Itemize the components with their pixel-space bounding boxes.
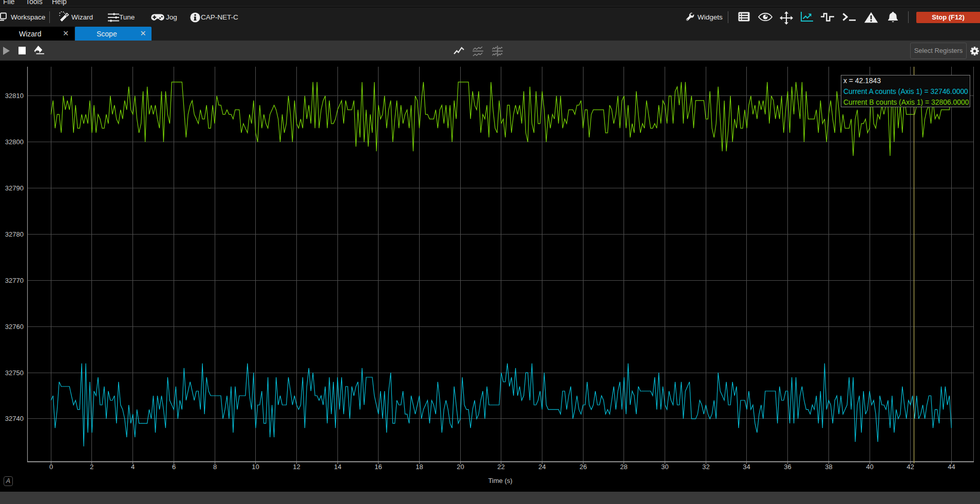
svg-text:32760: 32760 [5,323,24,331]
svg-text:8: 8 [213,463,217,471]
svg-text:x = 42.1843: x = 42.1843 [843,76,881,85]
svg-text:Time (s): Time (s) [488,477,512,484]
svg-text:32800: 32800 [5,138,24,146]
svg-text:32790: 32790 [5,184,24,192]
svg-text:4: 4 [131,463,135,471]
svg-text:40: 40 [866,463,873,471]
svg-text:26: 26 [579,463,587,471]
svg-text:6: 6 [172,463,176,471]
svg-text:34: 34 [743,463,750,471]
svg-text:14: 14 [334,463,341,471]
svg-text:16: 16 [374,463,382,471]
svg-text:2: 2 [90,463,93,471]
svg-text:12: 12 [293,463,300,471]
svg-text:Current B counts (Axis 1) = 32: Current B counts (Axis 1) = 32806.0000 [843,98,969,106]
svg-text:18: 18 [416,463,423,471]
svg-text:38: 38 [825,463,832,471]
svg-text:36: 36 [784,463,791,471]
svg-text:32780: 32780 [5,230,24,238]
svg-text:20: 20 [457,463,464,471]
svg-text:32750: 32750 [5,369,24,377]
svg-text:32: 32 [702,463,709,471]
svg-text:44: 44 [948,463,955,471]
svg-text:22: 22 [497,463,504,471]
svg-text:0: 0 [49,463,53,471]
svg-text:Current A counts (Axis 1) = 32: Current A counts (Axis 1) = 32746.0000 [843,87,968,95]
svg-text:32810: 32810 [5,92,24,100]
svg-text:32770: 32770 [5,277,24,284]
svg-text:32740: 32740 [5,415,24,422]
svg-text:10: 10 [252,463,259,471]
svg-text:42: 42 [907,463,914,471]
svg-text:24: 24 [538,463,545,471]
svg-text:30: 30 [661,463,668,471]
svg-text:28: 28 [620,463,627,471]
